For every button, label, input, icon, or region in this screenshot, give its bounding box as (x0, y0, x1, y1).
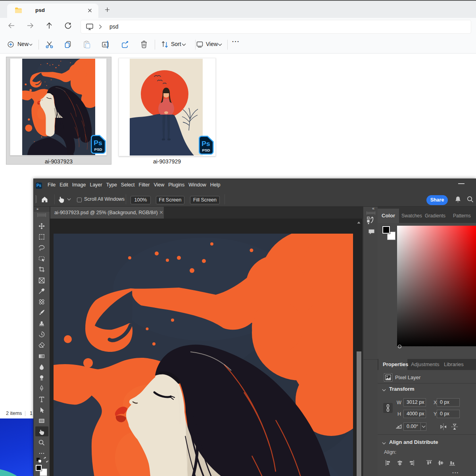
svg-text:A: A (104, 43, 106, 47)
